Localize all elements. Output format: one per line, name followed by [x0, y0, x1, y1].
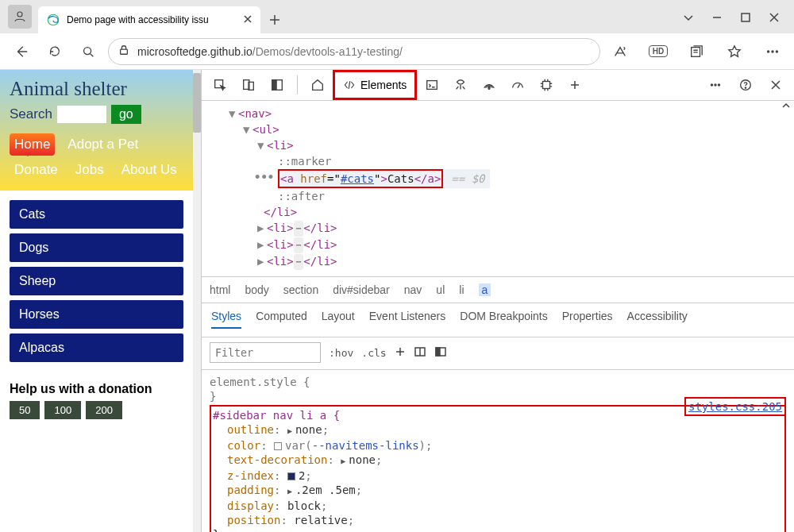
read-aloud-icon[interactable]	[607, 38, 634, 65]
maximize-icon[interactable]	[740, 12, 751, 25]
sidebar-item-dogs[interactable]: Dogs	[10, 233, 183, 262]
svg-point-19	[718, 84, 719, 86]
source-link[interactable]: styles.css:205	[684, 397, 786, 416]
donate-200[interactable]: 200	[86, 401, 122, 419]
crumb[interactable]: html	[210, 283, 230, 296]
styles-toolbar: :hov .cls	[202, 337, 794, 370]
cls-toggle[interactable]: .cls	[361, 347, 386, 359]
search-button[interactable]	[75, 38, 102, 65]
svg-point-8	[776, 50, 777, 52]
search-label: Search	[10, 106, 52, 122]
crumb[interactable]: li	[459, 283, 464, 296]
go-button[interactable]: go	[111, 105, 141, 124]
svg-point-17	[711, 84, 712, 86]
css-declaration[interactable]: padding: ▶.2em .5em;	[227, 483, 781, 499]
sidebar-item-cats[interactable]: Cats	[10, 200, 183, 229]
dom-tree[interactable]: ▼<nav> ▼<ul> ▼<li> ::marker ••• <a href=…	[202, 101, 794, 276]
page-scrollbar[interactable]	[193, 70, 201, 532]
svg-rect-16	[543, 82, 550, 89]
page-title: Animal shelter	[10, 78, 183, 100]
browser-toolbar: microsoftedge.github.io/Demos/devtools-a…	[0, 33, 794, 70]
tab-elements[interactable]: Elements	[333, 70, 417, 100]
flex-icon[interactable]	[414, 345, 426, 360]
minimize-icon[interactable]	[711, 12, 723, 25]
crumb[interactable]: div#sidebar	[333, 283, 390, 296]
svg-point-6	[768, 50, 769, 52]
dock-icon[interactable]	[264, 71, 291, 98]
svg-point-18	[715, 84, 716, 86]
css-declaration[interactable]: outline: ▶none;	[227, 422, 781, 438]
new-tab-button[interactable]	[260, 6, 289, 33]
nav-home[interactable]: Home	[10, 133, 55, 156]
collections-icon[interactable]	[683, 38, 710, 65]
back-button[interactable]	[8, 38, 35, 65]
crumb[interactable]: section	[283, 283, 318, 296]
css-declaration[interactable]: position: relative;	[227, 513, 781, 527]
donation-heading: Help us with a donation	[10, 381, 183, 396]
crumb[interactable]: ul	[436, 283, 445, 296]
css-declaration[interactable]: color: var(--navitems-links);	[227, 438, 781, 453]
element-style-selector: element.style {	[210, 375, 786, 389]
dom-breadcrumbs[interactable]: html body section div#sidebar nav ul li …	[202, 276, 794, 303]
demo-page: Animal shelter Search go Home Adopt a Pe…	[0, 70, 193, 532]
devtools-help-icon[interactable]	[732, 71, 759, 98]
css-declaration[interactable]: z-index: 2;	[227, 468, 781, 483]
nav-adopt[interactable]: Adopt a Pet	[63, 133, 143, 156]
css-declaration[interactable]: text-decoration: ▶none;	[227, 453, 781, 468]
tab-styles[interactable]: Styles	[211, 310, 241, 329]
hd-badge[interactable]: HD	[645, 38, 672, 65]
sidebar-item-sheep[interactable]: Sheep	[10, 267, 183, 295]
svg-rect-24	[436, 348, 440, 356]
crumb[interactable]: body	[245, 283, 268, 296]
device-toggle-icon[interactable]	[235, 71, 262, 98]
sources-tab-icon[interactable]	[447, 71, 474, 98]
edge-favicon	[46, 13, 60, 27]
sidebar-item-horses[interactable]: Horses	[10, 300, 183, 329]
devtools-tabbar: Elements	[202, 70, 794, 101]
tab-layout[interactable]: Layout	[322, 310, 355, 329]
welcome-tab-icon[interactable]	[304, 71, 331, 98]
svg-rect-2	[742, 13, 750, 21]
profile-button[interactable]	[8, 5, 32, 29]
inspect-icon[interactable]	[206, 71, 233, 98]
sidebar-list: Cats Dogs Sheep Horses Alpacas	[0, 191, 193, 376]
search-input[interactable]	[57, 106, 106, 123]
network-tab-icon[interactable]	[476, 71, 503, 98]
tab-accessibility[interactable]: Accessibility	[627, 310, 688, 329]
chevron-down-icon[interactable]	[683, 12, 694, 25]
nav-donate[interactable]: Donate	[10, 159, 63, 181]
memory-tab-icon[interactable]	[533, 71, 560, 98]
more-menu-icon[interactable]	[759, 38, 786, 65]
nav-about[interactable]: About Us	[117, 159, 182, 181]
crumb-selected[interactable]: a	[479, 283, 491, 296]
close-tab-icon[interactable]	[243, 14, 252, 26]
refresh-button[interactable]	[41, 38, 68, 65]
hov-toggle[interactable]: :hov	[329, 347, 353, 359]
tab-event-listeners[interactable]: Event Listeners	[369, 310, 446, 329]
tab-properties[interactable]: Properties	[562, 310, 613, 329]
add-tab-icon[interactable]	[561, 71, 588, 98]
performance-tab-icon[interactable]	[504, 71, 531, 98]
crumb[interactable]: nav	[404, 283, 422, 296]
css-declaration[interactable]: display: block;	[227, 499, 781, 513]
main-nav: Home Adopt a Pet Donate Jobs About Us	[10, 133, 183, 191]
donate-50[interactable]: 50	[10, 401, 40, 419]
computed-sidebar-icon[interactable]	[434, 345, 447, 360]
devtools-more-icon[interactable]	[702, 71, 729, 98]
tab-dom-breakpoints[interactable]: DOM Breakpoints	[460, 310, 547, 329]
donate-100[interactable]: 100	[44, 401, 81, 419]
tab-computed[interactable]: Computed	[256, 310, 307, 329]
browser-tab[interactable]: Demo page with accessibility issu	[38, 6, 260, 33]
favorite-icon[interactable]	[721, 38, 748, 65]
styles-rules[interactable]: element.style { } #sidebar nav li a { ou…	[202, 370, 794, 532]
devtools-close-icon[interactable]	[762, 71, 789, 98]
console-tab-icon[interactable]	[418, 71, 445, 98]
new-rule-icon[interactable]	[395, 346, 406, 360]
close-window-icon[interactable]	[769, 12, 780, 25]
elements-tab-label: Elements	[360, 79, 407, 91]
sidebar-item-alpacas[interactable]: Alpacas	[10, 333, 183, 362]
styles-filter-input[interactable]	[210, 342, 321, 363]
nav-jobs[interactable]: Jobs	[71, 159, 109, 181]
address-bar[interactable]: microsoftedge.github.io/Demos/devtools-a…	[108, 38, 600, 65]
url-text: microsoftedge.github.io/Demos/devtools-a…	[137, 45, 403, 58]
